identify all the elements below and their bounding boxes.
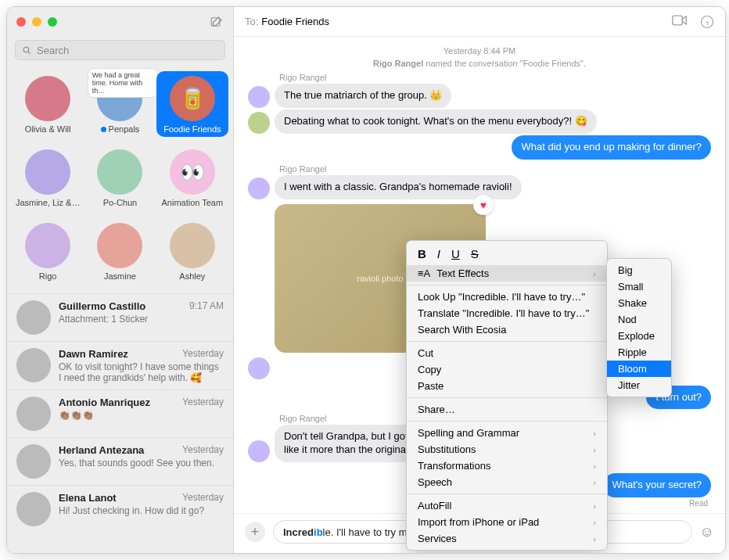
convo-name: Dawn Ramirez (59, 348, 128, 360)
pin-label: Jasmine, Liz &… (16, 198, 81, 207)
menu-paste[interactable]: Paste (407, 378, 607, 394)
search-icon (22, 45, 32, 56)
pinned-conversation[interactable]: Po-Chun (84, 145, 156, 210)
menu-spelling[interactable]: Spelling and Grammar› (407, 425, 607, 441)
avatar: 🥫 (170, 76, 215, 121)
avatar (16, 397, 51, 431)
avatar[interactable] (248, 178, 270, 199)
compose-icon[interactable] (210, 15, 224, 29)
effect-jitter[interactable]: Jitter (607, 377, 671, 393)
conversation-row[interactable]: Guillermo Castillo9:17 AM Attachment: 1 … (7, 293, 233, 341)
pinned-conversation[interactable]: Jasmine (84, 218, 156, 284)
sender-label: Rigo Rangel (279, 164, 711, 174)
avatar (16, 492, 51, 526)
tapback-heart-icon[interactable]: ♥ (473, 195, 494, 215)
menu-speech[interactable]: Speech› (407, 474, 607, 490)
pinned-conversation[interactable]: 🥫 Foodie Friends (156, 71, 228, 137)
menu-substitutions[interactable]: Substitutions› (407, 441, 607, 458)
minimize-window[interactable] (32, 17, 41, 27)
effect-shake[interactable]: Shake (607, 295, 671, 311)
sidebar: Search Olivia & Will Penpals We had a gr… (7, 7, 234, 553)
convo-name: Elena Lanot (59, 492, 117, 504)
menu-autofill[interactable]: AutoFill› (407, 497, 607, 514)
to-label: To: (245, 16, 258, 27)
emoji-picker-icon[interactable]: ☺ (700, 524, 714, 540)
search-placeholder: Search (37, 45, 69, 56)
effect-small[interactable]: Small (607, 278, 671, 295)
thread-header: To: Foodie Friends (234, 7, 725, 37)
menu-share[interactable]: Share… (407, 401, 607, 418)
effect-nod[interactable]: Nod (607, 311, 671, 328)
bold-button[interactable]: B (418, 247, 426, 260)
convo-name: Guillermo Castillo (59, 300, 145, 312)
pinned-conversation[interactable]: Jasmine, Liz &… (12, 145, 84, 210)
conversation-list: Guillermo Castillo9:17 AM Attachment: 1 … (7, 293, 233, 533)
convo-preview: Attachment: 1 Sticker (59, 314, 224, 325)
menu-lookup[interactable]: Look Up "Incredible. I'll have to try…" (407, 289, 607, 305)
conversation-row[interactable]: Elena LanotYesterday Hi! Just checking i… (7, 485, 233, 533)
avatar[interactable] (248, 440, 270, 462)
convo-time: 9:17 AM (189, 300, 224, 312)
italic-button[interactable]: I (437, 247, 440, 260)
messages-window: Search Olivia & Will Penpals We had a gr… (6, 6, 726, 554)
info-icon[interactable] (700, 15, 714, 29)
main-pane: To: Foodie Friends Yesterday 8:44 PM Rig… (234, 7, 725, 553)
menu-translate[interactable]: Translate "Incredible. I'll have to try…… (407, 305, 607, 321)
underline-button[interactable]: U (451, 247, 460, 260)
menu-text-effects[interactable]: ≡AText Effects› (407, 265, 607, 282)
avatar (16, 348, 51, 382)
menu-search[interactable]: Search With Ecosia (407, 321, 607, 338)
pin-label: Penpals (101, 124, 140, 134)
avatar (25, 223, 70, 268)
search-input[interactable]: Search (15, 40, 225, 60)
pin-label: Rigo (39, 271, 57, 281)
convo-time: Yesterday (182, 397, 224, 408)
zoom-window[interactable] (48, 17, 57, 27)
menu-copy[interactable]: Copy (407, 361, 607, 378)
close-window[interactable] (16, 17, 26, 27)
svg-point-1 (23, 47, 29, 52)
effect-ripple[interactable]: Ripple (607, 344, 671, 361)
pin-preview: We had a great time. Home with th… (88, 68, 158, 98)
pin-label: Foodie Friends (163, 124, 221, 134)
avatar[interactable] (248, 357, 270, 379)
recipient-name[interactable]: Foodie Friends (261, 16, 329, 27)
conversation-row[interactable]: Antonio ManriquezYesterday 👏🏽👏🏽👏🏽 (7, 389, 233, 437)
pin-label: Olivia & Will (25, 124, 71, 134)
message-bubble[interactable]: The true matriarch of the group. 👑 (275, 84, 451, 108)
pinned-conversation[interactable]: 👀 Animation Team (156, 145, 228, 210)
message-bubble-me[interactable]: What did you end up making for dinner? (512, 135, 711, 160)
menu-transformations[interactable]: Transformations› (407, 458, 607, 474)
avatar (97, 149, 142, 195)
effect-explode[interactable]: Explode (607, 328, 671, 344)
effect-big[interactable]: Big (607, 262, 671, 278)
pinned-conversation[interactable]: Ashley (156, 218, 228, 284)
avatar[interactable] (248, 86, 270, 108)
convo-name: Antonio Manriquez (59, 397, 150, 408)
pinned-grid: Olivia & Will Penpals We had a great tim… (7, 68, 233, 293)
facetime-icon[interactable] (672, 15, 688, 29)
apps-button[interactable]: + (245, 522, 265, 542)
menu-services[interactable]: Services› (407, 530, 607, 547)
menu-import[interactable]: Import from iPhone or iPad› (407, 514, 607, 530)
sidebar-scroll: Olivia & Will Penpals We had a great tim… (7, 68, 233, 553)
conversation-row[interactable]: Herland AntezanaYesterday Yes, that soun… (7, 437, 233, 485)
system-named: Rigo Rangel Rigo Rangel named the conver… (248, 59, 711, 68)
avatar (97, 223, 142, 268)
convo-preview: OK to visit tonight? I have some things … (59, 361, 224, 383)
convo-time: Yesterday (182, 492, 224, 504)
pinned-conversation[interactable]: Penpals We had a great time. Home with t… (84, 71, 156, 137)
effect-bloom[interactable]: Bloom (607, 361, 671, 377)
pinned-conversation[interactable]: Olivia & Will (12, 71, 84, 137)
message-bubble[interactable]: Debating what to cook tonight. What's on… (275, 109, 597, 134)
strike-button[interactable]: S (471, 247, 479, 260)
avatar[interactable] (248, 112, 270, 134)
pin-label: Po-Chun (103, 198, 137, 207)
convo-preview: Hi! Just checking in. How did it go? (59, 505, 224, 516)
menu-cut[interactable]: Cut (407, 345, 607, 361)
text-effects-icon: ≡A (418, 267, 430, 279)
message-bubble-me[interactable]: What's your secret? (603, 473, 711, 497)
convo-time: Yesterday (182, 348, 224, 360)
pinned-conversation[interactable]: Rigo (12, 218, 84, 284)
conversation-row[interactable]: Dawn RamirezYesterday OK to visit tonigh… (7, 341, 233, 389)
